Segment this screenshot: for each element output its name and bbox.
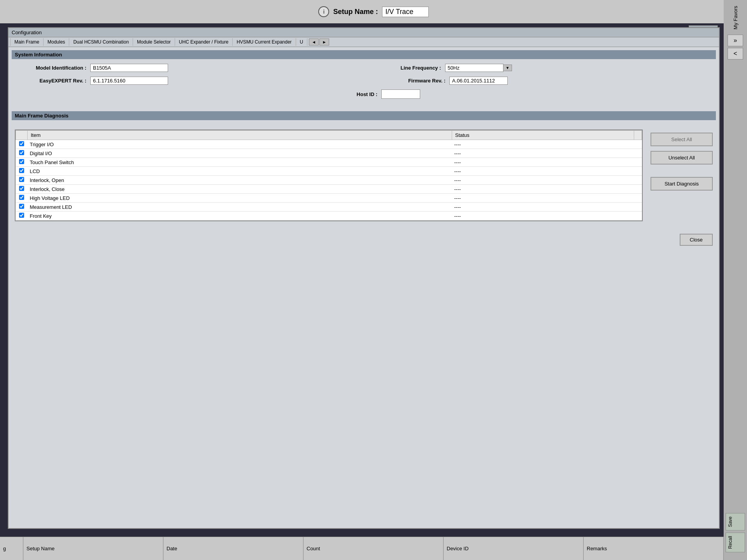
table-row: Interlock, Open ---- — [16, 176, 642, 185]
diag-item-status-6: ---- — [452, 194, 634, 203]
bottom-col-setup-name: Setup Name — [23, 537, 163, 560]
table-row: Measurement LED ---- — [16, 203, 642, 212]
col-header-status: Status — [452, 131, 634, 140]
diag-item-status-2: ---- — [452, 158, 634, 167]
model-id-row: Model Identification : B1505A Line Frequ… — [16, 64, 711, 72]
diag-item-status-3: ---- — [452, 167, 634, 176]
table-row: Interlock, Close ---- — [16, 185, 642, 194]
checkbox-cell-1 — [16, 149, 28, 158]
top-bar: i Setup Name : I/V Trace — [0, 0, 747, 23]
diag-checkbox-7[interactable] — [19, 204, 24, 209]
setup-name-value: I/V Trace — [382, 7, 429, 17]
checkbox-cell-8 — [16, 212, 28, 220]
bottom-col-count: Count — [303, 537, 444, 560]
double-arrow-btn[interactable]: » — [728, 35, 743, 46]
checkbox-cell-2 — [16, 158, 28, 167]
diag-item-name-1: Digital I/O — [28, 149, 452, 158]
diag-item-status-7: ---- — [452, 203, 634, 212]
host-id-value — [381, 89, 420, 99]
col-header-item: Item — [28, 131, 452, 140]
tab-main-frame[interactable]: Main Frame — [10, 38, 44, 46]
diag-item-status-0: ---- — [452, 140, 634, 149]
diag-checkbox-6[interactable] — [19, 195, 24, 200]
diag-checkbox-5[interactable] — [19, 186, 24, 191]
info-icon: i — [318, 6, 329, 17]
unselect-all-button[interactable]: Unselect All — [651, 151, 713, 164]
diag-item-name-2: Touch Panel Switch — [28, 158, 452, 167]
tab-dual-hcsmu[interactable]: Dual HCSMU Combination — [69, 38, 133, 46]
table-row: Touch Panel Switch ---- — [16, 158, 642, 167]
close-button[interactable]: Close — [680, 234, 713, 246]
arrow-left-btn[interactable]: < — [728, 48, 743, 60]
my-favors-label: My Favors — [731, 4, 740, 32]
bottom-col-device-id: Device ID — [444, 537, 584, 560]
tab-uhc-expander[interactable]: UHC Expander / Fixture — [175, 38, 233, 46]
table-row: Front Key ---- — [16, 212, 642, 220]
diag-item-status-5: ---- — [452, 185, 634, 194]
diag-item-status-8: ---- — [452, 212, 634, 220]
diag-item-name-6: High Voltage LED — [28, 194, 452, 203]
diagnosis-header: Main Frame Diagnosis — [12, 111, 716, 120]
sidebar-arrows: » < — [724, 32, 746, 63]
tab-nav-right[interactable]: ► — [319, 38, 329, 46]
diag-buttons: Select All Unselect All Start Diagnosis — [651, 130, 713, 221]
diag-item-name-5: Interlock, Close — [28, 185, 452, 194]
diag-item-name-3: LCD — [28, 167, 452, 176]
sidebar-right-buttons: Save Recall — [726, 513, 745, 560]
checkbox-cell-5 — [16, 185, 28, 194]
diag-item-name-0: Trigger I/O — [28, 140, 452, 149]
tab-module-selector[interactable]: Module Selector — [133, 38, 175, 46]
dialog-title: Configuration — [9, 28, 719, 37]
firmware-value: A.06.01.2015.1112 — [449, 77, 508, 85]
diag-item-name-8: Front Key — [28, 212, 452, 220]
col-header-checkbox — [16, 131, 28, 140]
main-dialog: Configuration Main Frame Modules Dual HC… — [8, 27, 720, 529]
checkbox-cell-3 — [16, 167, 28, 176]
start-diagnosis-button[interactable]: Start Diagnosis — [651, 177, 713, 191]
easyexpert-value: 6.1.1716.5160 — [90, 77, 168, 85]
diag-table: Item Status Trigger I/O ---- Digital I/O… — [16, 130, 642, 220]
right-sidebar: My Favors » < Save Recall — [724, 0, 747, 560]
bottom-col-g: g — [0, 537, 23, 560]
model-id-value: B1505A — [90, 64, 168, 72]
tab-u[interactable]: U — [296, 38, 308, 46]
checkbox-cell-4 — [16, 176, 28, 185]
diag-checkbox-8[interactable] — [19, 213, 24, 218]
easyexpert-label: EasyEXPERT Rev. : — [16, 78, 86, 84]
model-id-label: Model Identification : — [16, 65, 86, 71]
table-row: High Voltage LED ---- — [16, 194, 642, 203]
diag-layout: Item Status Trigger I/O ---- Digital I/O… — [15, 126, 713, 224]
checkbox-cell-7 — [16, 203, 28, 212]
recall-button[interactable]: Recall — [726, 532, 745, 552]
easyexpert-row: EasyEXPERT Rev. : 6.1.1716.5160 Firmware… — [16, 77, 711, 85]
diag-item-status-4: ---- — [452, 176, 634, 185]
double-arrow-icon: » — [734, 37, 737, 44]
diag-checkbox-0[interactable] — [19, 141, 24, 146]
table-row: LCD ---- — [16, 167, 642, 176]
diag-checkbox-3[interactable] — [19, 168, 24, 173]
diag-item-status-1: ---- — [452, 149, 634, 158]
tabs-arrows: ◄ ► — [309, 38, 329, 46]
checkbox-cell-6 — [16, 194, 28, 203]
tab-hvsmu[interactable]: HVSMU Current Expander — [233, 38, 296, 46]
save-button[interactable]: Save — [726, 513, 745, 530]
setup-name-label: Setup Name : — [333, 8, 378, 16]
firmware-label: Firmware Rev. : — [375, 78, 445, 84]
host-id-label: Host ID : — [307, 91, 377, 97]
line-freq-dropdown-arrow[interactable]: ▼ — [503, 65, 512, 71]
bottom-col-remarks: Remarks — [584, 537, 724, 560]
arrow-left-icon: < — [733, 50, 737, 57]
diag-checkbox-1[interactable] — [19, 150, 24, 155]
tab-modules[interactable]: Modules — [44, 38, 69, 46]
host-id-row: Host ID : — [16, 89, 711, 99]
diag-item-name-4: Interlock, Open — [28, 176, 452, 185]
bottom-bar: g Setup Name Date Count Device ID Remark… — [0, 537, 724, 560]
tabs-row: Main Frame Modules Dual HCSMU Combinatio… — [9, 37, 719, 47]
select-all-button[interactable]: Select All — [651, 133, 713, 146]
diag-checkbox-4[interactable] — [19, 177, 24, 182]
dialog-footer: Close — [9, 231, 719, 249]
tab-nav-left[interactable]: ◄ — [309, 38, 319, 46]
diag-table-wrapper: Item Status Trigger I/O ---- Digital I/O… — [15, 130, 643, 221]
diag-checkbox-2[interactable] — [19, 159, 24, 164]
diagnosis-section: Item Status Trigger I/O ---- Digital I/O… — [12, 123, 716, 228]
